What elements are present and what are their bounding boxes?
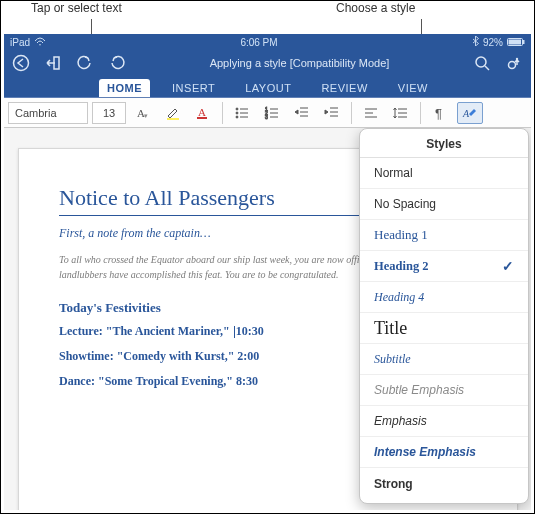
style-subtitle[interactable]: Subtitle <box>360 344 528 375</box>
style-subtle-emphasis[interactable]: Subtle Emphasis <box>360 375 528 406</box>
svg-rect-4 <box>54 57 59 69</box>
word-ipad-app: iPad 6:06 PM 92% <box>4 34 531 510</box>
bullets-button[interactable] <box>229 102 255 124</box>
styles-popover: Styles Normal No Spacing Heading 1 Headi… <box>359 128 529 504</box>
redo-button[interactable] <box>108 54 126 72</box>
svg-point-5 <box>476 57 486 67</box>
svg-point-3 <box>14 56 29 71</box>
svg-point-17 <box>236 116 238 118</box>
ribbon-tabs: HOME INSERT LAYOUT REVIEW VIEW <box>4 76 531 98</box>
svg-text:3: 3 <box>265 114 268 120</box>
tab-insert[interactable]: INSERT <box>164 79 223 97</box>
document-canvas[interactable]: Notice to All Passengers First, a note f… <box>4 128 531 510</box>
back-button[interactable] <box>12 54 30 72</box>
numbering-button[interactable]: 123 <box>259 102 285 124</box>
font-format-button[interactable]: A▾ <box>130 102 156 124</box>
highlight-button[interactable] <box>160 102 186 124</box>
svg-point-7 <box>516 58 518 60</box>
tab-review[interactable]: REVIEW <box>313 79 375 97</box>
svg-rect-12 <box>197 117 207 119</box>
separator <box>351 102 352 124</box>
styles-popover-title: Styles <box>360 129 528 158</box>
battery-icon <box>507 37 525 48</box>
style-heading-4[interactable]: Heading 4 <box>360 282 528 313</box>
svg-text:A: A <box>462 108 470 119</box>
title-bar: Applying a style [Compatibility Mode] <box>4 50 531 76</box>
file-actions-button[interactable] <box>44 54 62 72</box>
svg-point-6 <box>509 62 516 69</box>
paragraph-marks-button[interactable]: ¶ <box>427 102 453 124</box>
check-icon: ✓ <box>502 258 514 275</box>
style-strong[interactable]: Strong <box>360 468 528 499</box>
align-left-button[interactable] <box>358 102 384 124</box>
home-toolbar: Cambria 13 A▾ A 123 <box>4 98 531 128</box>
separator <box>222 102 223 124</box>
font-size-selector[interactable]: 13 <box>92 102 126 124</box>
search-button[interactable] <box>473 54 491 72</box>
font-name-selector[interactable]: Cambria <box>8 102 88 124</box>
doc-line-1a: Lecture: "The Ancient Mariner," <box>59 324 233 338</box>
increase-indent-button[interactable] <box>319 102 345 124</box>
device-label: iPad <box>10 37 30 48</box>
decrease-indent-button[interactable] <box>289 102 315 124</box>
svg-rect-10 <box>167 118 179 120</box>
callout-right: Choose a style <box>336 1 415 15</box>
undo-button[interactable] <box>76 54 94 72</box>
ios-status-bar: iPad 6:06 PM 92% <box>4 34 531 50</box>
tab-view[interactable]: VIEW <box>390 79 436 97</box>
style-emphasis[interactable]: Emphasis <box>360 406 528 437</box>
tab-layout[interactable]: LAYOUT <box>237 79 299 97</box>
document-title: Applying a style [Compatibility Mode] <box>126 57 473 69</box>
doc-line-1b: 10:30 <box>236 324 264 338</box>
bluetooth-icon <box>472 36 479 48</box>
line-spacing-button[interactable] <box>388 102 414 124</box>
share-button[interactable] <box>505 54 523 72</box>
wifi-icon <box>34 37 46 48</box>
annotation-callouts: Tap or select text Choose a style <box>1 1 534 34</box>
tab-home[interactable]: HOME <box>99 79 150 97</box>
svg-text:A: A <box>198 106 206 118</box>
style-no-spacing[interactable]: No Spacing <box>360 189 528 220</box>
svg-rect-2 <box>523 40 525 44</box>
separator <box>420 102 421 124</box>
text-cursor <box>234 326 235 338</box>
clock: 6:06 PM <box>46 37 472 48</box>
callout-left: Tap or select text <box>31 1 122 15</box>
svg-point-15 <box>236 112 238 114</box>
style-normal[interactable]: Normal <box>360 158 528 189</box>
style-title[interactable]: Title <box>360 313 528 344</box>
style-intense-emphasis[interactable]: Intense Emphasis <box>360 437 528 468</box>
style-heading-2[interactable]: Heading 2✓ <box>360 251 528 282</box>
styles-button[interactable]: A <box>457 102 483 124</box>
style-heading-1[interactable]: Heading 1 <box>360 220 528 251</box>
font-color-button[interactable]: A <box>190 102 216 124</box>
battery-percent: 92% <box>483 37 503 48</box>
svg-text:▾: ▾ <box>144 112 148 119</box>
svg-point-13 <box>236 108 238 110</box>
svg-text:¶: ¶ <box>435 106 442 121</box>
svg-rect-1 <box>509 39 522 44</box>
